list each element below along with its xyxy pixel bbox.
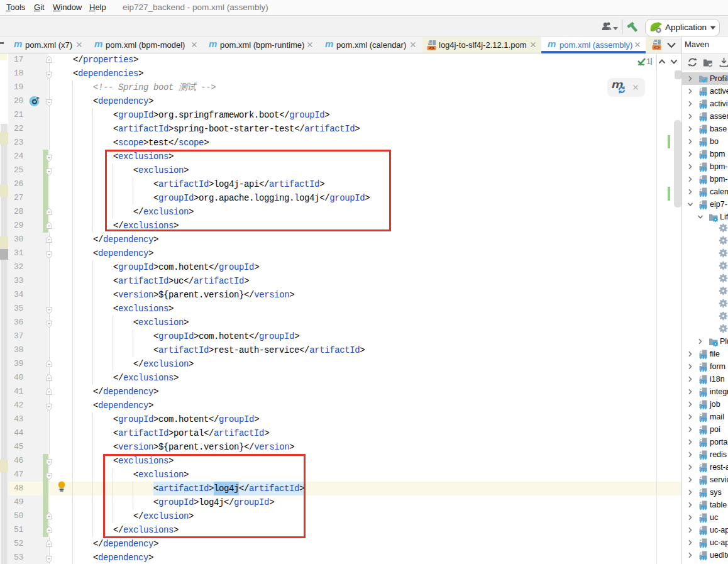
- svg-text:m: m: [700, 415, 707, 423]
- svg-text:m: m: [700, 528, 707, 536]
- svg-text:m: m: [700, 490, 707, 498]
- svg-text:m: m: [700, 553, 707, 561]
- svg-text:m: m: [700, 478, 707, 485]
- svg-text:m: m: [700, 541, 707, 548]
- svg-text:m: m: [700, 390, 707, 397]
- svg-text:m: m: [700, 465, 707, 473]
- svg-text:m: m: [700, 440, 707, 448]
- svg-text:m: m: [700, 177, 707, 185]
- svg-text:m: m: [700, 127, 707, 135]
- svg-text:m: m: [700, 190, 707, 197]
- svg-text:m: m: [700, 202, 707, 210]
- svg-text:<>: <>: [654, 45, 660, 50]
- svg-text:m: m: [700, 453, 707, 460]
- svg-text:<>: <>: [429, 46, 435, 51]
- svg-text:m: m: [700, 89, 707, 97]
- svg-text:m: m: [700, 402, 707, 410]
- svg-text:m: m: [700, 352, 707, 360]
- svg-text:m: m: [700, 503, 707, 511]
- svg-text:m: m: [700, 428, 707, 435]
- svg-text:m: m: [700, 152, 707, 160]
- svg-text:m: m: [700, 377, 707, 385]
- svg-text:m: m: [700, 365, 707, 372]
- svg-text:m: m: [700, 102, 707, 109]
- svg-text:m: m: [700, 114, 707, 122]
- svg-text:m: m: [700, 165, 707, 172]
- svg-text:m: m: [700, 140, 707, 147]
- svg-text:m: m: [700, 516, 707, 523]
